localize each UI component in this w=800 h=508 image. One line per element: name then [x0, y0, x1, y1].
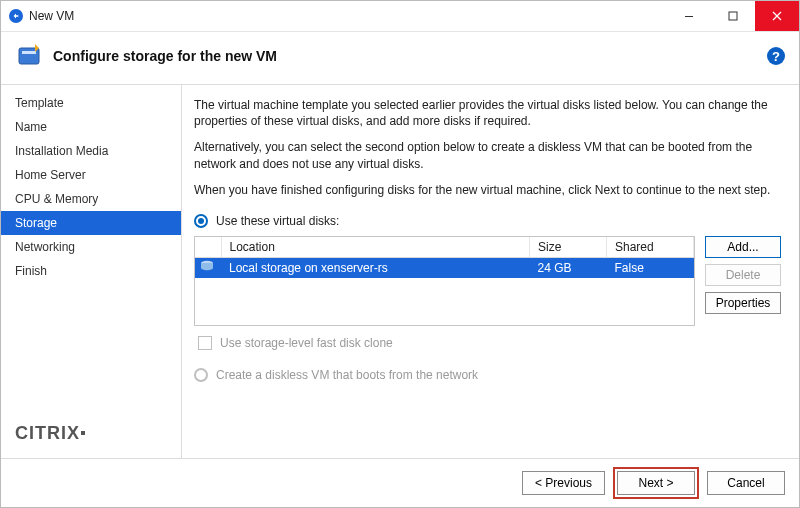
table-header-size[interactable]: Size — [530, 237, 607, 258]
brand-logo: CITRIX — [1, 423, 181, 458]
svg-rect-0 — [685, 16, 693, 17]
svg-rect-3 — [22, 51, 36, 54]
wizard-footer: < Previous Next > Cancel — [1, 458, 799, 507]
disk-icon — [195, 257, 221, 278]
delete-disk-button: Delete — [705, 264, 781, 286]
page-title: Configure storage for the new VM — [53, 48, 767, 64]
help-icon[interactable]: ? — [767, 47, 785, 65]
close-button[interactable] — [755, 1, 799, 31]
maximize-button[interactable] — [711, 1, 755, 31]
svg-rect-1 — [729, 12, 737, 20]
disk-button-column: Add... Delete Properties — [705, 236, 781, 326]
intro-para-3: When you have finished configuring disks… — [194, 182, 781, 198]
intro-para-1: The virtual machine template you selecte… — [194, 97, 781, 129]
disk-area: Location Size Shared Local storage on xe… — [194, 236, 781, 326]
cell-location: Local storage on xenserver-rs — [221, 257, 530, 278]
step-storage[interactable]: Storage — [1, 211, 181, 235]
wizard-body: Template Name Installation Media Home Se… — [1, 85, 799, 458]
table-header-icon — [195, 237, 221, 258]
use-virtual-disks-radio[interactable] — [194, 214, 208, 228]
wizard-steps-sidebar: Template Name Installation Media Home Se… — [1, 85, 182, 458]
fast-clone-label: Use storage-level fast disk clone — [220, 336, 393, 350]
wizard-main-panel: The virtual machine template you selecte… — [182, 85, 799, 458]
add-disk-button[interactable]: Add... — [705, 236, 781, 258]
step-template[interactable]: Template — [1, 91, 181, 115]
table-header-location[interactable]: Location — [221, 237, 530, 258]
window-title: New VM — [29, 9, 667, 23]
use-virtual-disks-label: Use these virtual disks: — [216, 214, 339, 228]
wizard-header: Configure storage for the new VM ? — [1, 32, 799, 85]
cancel-button[interactable]: Cancel — [707, 471, 785, 495]
minimize-button[interactable] — [667, 1, 711, 31]
disk-properties-button[interactable]: Properties — [705, 292, 781, 314]
step-home-server[interactable]: Home Server — [1, 163, 181, 187]
titlebar: New VM — [1, 1, 799, 32]
virtual-disks-table[interactable]: Location Size Shared Local storage on xe… — [194, 236, 695, 326]
diskless-vm-label: Create a diskless VM that boots from the… — [216, 368, 478, 382]
previous-button[interactable]: < Previous — [522, 471, 605, 495]
table-header-shared[interactable]: Shared — [607, 237, 694, 258]
next-button[interactable]: Next > — [617, 471, 695, 495]
table-row[interactable]: Local storage on xenserver-rs 24 GB Fals… — [195, 257, 694, 278]
intro-para-2: Alternatively, you can select the second… — [194, 139, 781, 171]
wizard-window: New VM Configure storage for the new VM … — [0, 0, 800, 508]
storage-wizard-icon — [15, 42, 43, 70]
cell-shared: False — [607, 257, 694, 278]
fast-clone-checkbox — [198, 336, 212, 350]
step-finish[interactable]: Finish — [1, 259, 181, 283]
cell-size: 24 GB — [530, 257, 607, 278]
step-networking[interactable]: Networking — [1, 235, 181, 259]
app-icon — [9, 9, 23, 23]
step-name[interactable]: Name — [1, 115, 181, 139]
step-cpu-memory[interactable]: CPU & Memory — [1, 187, 181, 211]
diskless-vm-radio — [194, 368, 208, 382]
step-installation-media[interactable]: Installation Media — [1, 139, 181, 163]
next-button-highlight: Next > — [613, 467, 699, 499]
